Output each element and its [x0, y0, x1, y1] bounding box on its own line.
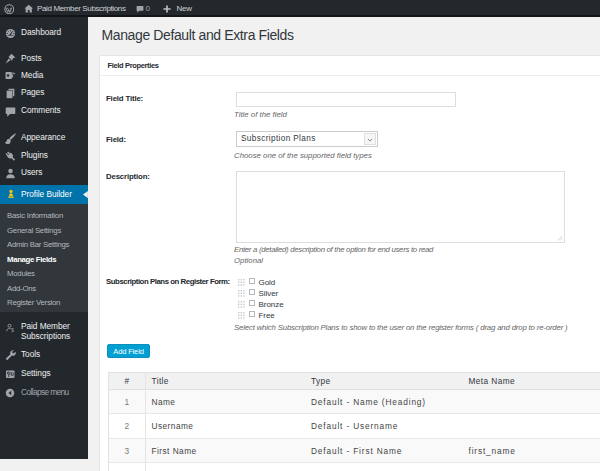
- svg-text:$: $: [11, 328, 14, 333]
